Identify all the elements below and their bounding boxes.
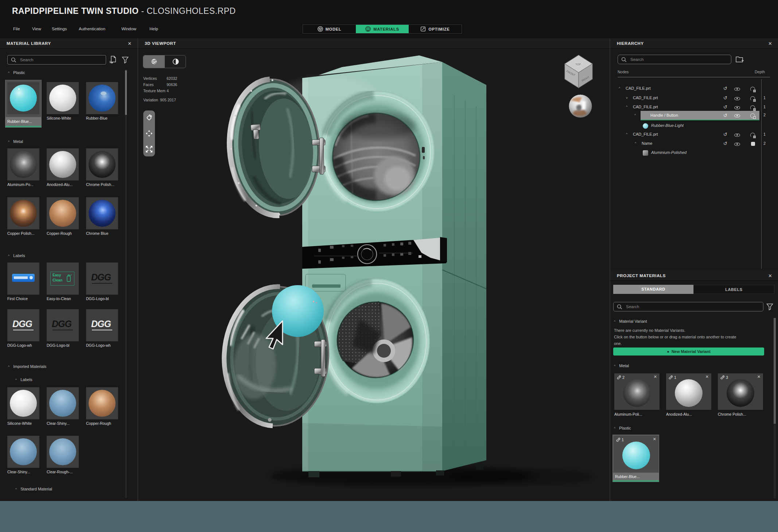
svg-text:TOP: TOP xyxy=(575,63,581,66)
